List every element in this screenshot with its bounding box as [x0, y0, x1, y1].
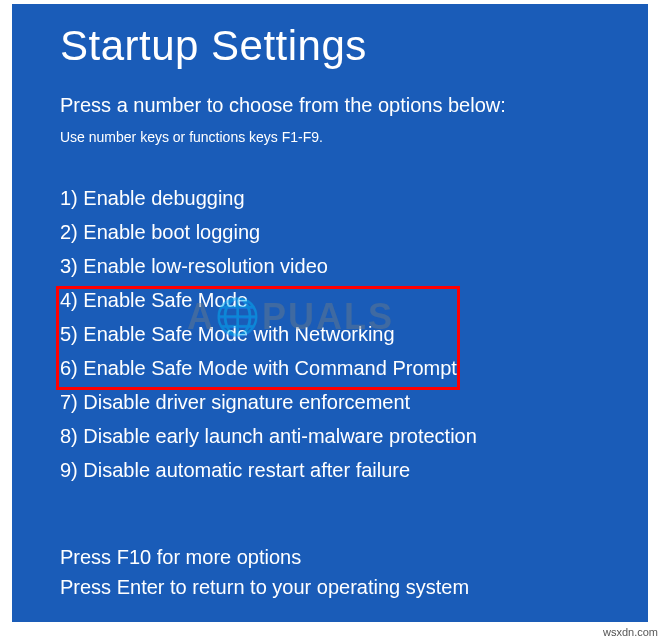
option-disable-driver-signature[interactable]: 7) Disable driver signature enforcement — [60, 385, 600, 419]
option-enable-safe-mode[interactable]: 4) Enable Safe Mode — [60, 283, 600, 317]
option-enable-boot-logging[interactable]: 2) Enable boot logging — [60, 215, 600, 249]
option-enable-debugging[interactable]: 1) Enable debugging — [60, 181, 600, 215]
page-title: Startup Settings — [60, 22, 600, 70]
instruction-text: Press a number to choose from the option… — [60, 94, 600, 117]
option-enable-safe-mode-command-prompt[interactable]: 6) Enable Safe Mode with Command Prompt — [60, 351, 600, 385]
startup-settings-screen: Startup Settings Press a number to choos… — [12, 4, 648, 622]
options-list: 1) Enable debugging 2) Enable boot loggi… — [60, 181, 600, 487]
option-enable-safe-mode-networking[interactable]: 5) Enable Safe Mode with Networking — [60, 317, 600, 351]
option-disable-auto-restart[interactable]: 9) Disable automatic restart after failu… — [60, 453, 600, 487]
footer-instructions: Press F10 for more options Press Enter t… — [60, 542, 469, 602]
attribution-text: wsxdn.com — [603, 626, 658, 638]
option-disable-anti-malware[interactable]: 8) Disable early launch anti-malware pro… — [60, 419, 600, 453]
key-hint-text: Use number keys or functions keys F1-F9. — [60, 129, 600, 145]
option-enable-low-resolution-video[interactable]: 3) Enable low-resolution video — [60, 249, 600, 283]
footer-more-options: Press F10 for more options — [60, 542, 469, 572]
footer-return: Press Enter to return to your operating … — [60, 572, 469, 602]
